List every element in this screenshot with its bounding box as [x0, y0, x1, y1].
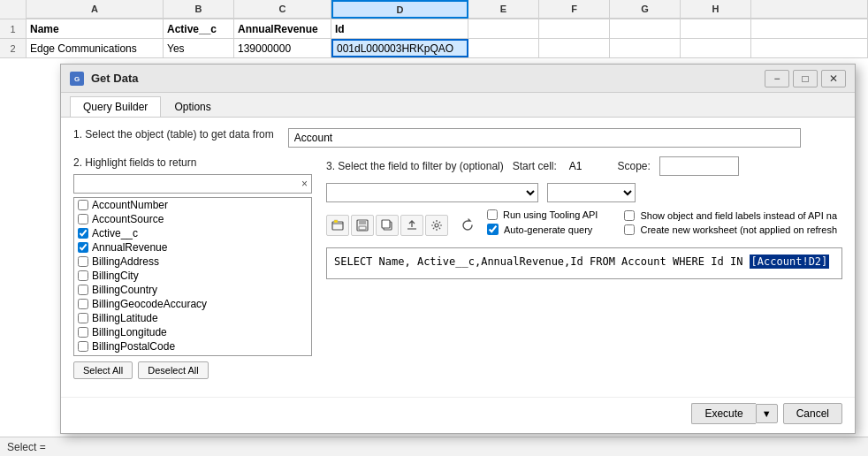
- field-item[interactable]: BillingAddress: [74, 255, 311, 269]
- step1-row: 1. Select the object (table) to get data…: [73, 128, 842, 148]
- fields-right: 3. Select the field to filter by (option…: [326, 156, 842, 379]
- svg-text:G: G: [74, 75, 80, 83]
- dialog-title: Get Data: [91, 72, 138, 85]
- dialog-icon: G: [70, 72, 84, 86]
- cell-a1[interactable]: Name: [27, 19, 164, 38]
- copy-icon-btn[interactable]: [376, 215, 399, 236]
- auto-generate-option[interactable]: Auto-generate query: [487, 224, 598, 235]
- cancel-button[interactable]: Cancel: [783, 403, 842, 424]
- refresh-icon-btn[interactable]: [457, 215, 478, 236]
- field-item[interactable]: AccountSource: [74, 212, 311, 226]
- dialog-content: 1. Select the object (table) to get data…: [61, 118, 855, 397]
- minimize-button[interactable]: −: [765, 70, 789, 87]
- cell-b1[interactable]: Active__c: [164, 19, 234, 38]
- field-item[interactable]: AnnualRevenue: [74, 240, 311, 255]
- close-button[interactable]: ✕: [821, 70, 846, 87]
- svg-rect-2: [332, 222, 343, 230]
- fields-left: 2. Highlight fields to return × AccountN…: [73, 156, 312, 379]
- dialog-titlebar: G Get Data − □ ✕: [61, 65, 855, 93]
- select-all-button[interactable]: Select All: [73, 361, 133, 379]
- deselect-all-button[interactable]: Deselect All: [138, 361, 208, 379]
- cell-h2[interactable]: [681, 39, 751, 57]
- toolbar-row: Run using Tooling API Auto-generate quer…: [326, 209, 842, 240]
- field-item[interactable]: BillingPostalCode: [74, 339, 311, 353]
- svg-rect-3: [334, 220, 338, 223]
- cell-rest2: [751, 39, 868, 57]
- create-worksheet-option[interactable]: Create new worksheet (not applied on ref…: [624, 224, 837, 235]
- auto-generate-checkbox[interactable]: [487, 224, 499, 235]
- field-buttons: Select All Deselect All: [73, 361, 312, 379]
- table-row: 2 Edge Communications Yes 139000000 001d…: [0, 39, 868, 58]
- field-item[interactable]: BillingCity: [74, 269, 311, 283]
- toolbar-icons: [326, 215, 448, 236]
- search-input[interactable]: [74, 176, 298, 192]
- open-icon-btn[interactable]: [326, 215, 349, 236]
- show-labels-option[interactable]: Show object and field labels instead of …: [624, 210, 837, 221]
- cell-h1[interactable]: [681, 19, 751, 38]
- cell-e2[interactable]: [468, 39, 539, 57]
- svg-point-9: [435, 224, 438, 227]
- start-cell-label: Start cell:: [513, 160, 557, 172]
- execute-dropdown-arrow[interactable]: ▼: [756, 404, 778, 423]
- run-tooling-api-checkbox[interactable]: [487, 209, 498, 220]
- create-worksheet-checkbox[interactable]: [624, 224, 635, 235]
- field-item[interactable]: BillingGeocodeAccuracy: [74, 297, 311, 311]
- cell-d2[interactable]: 001dL000003HRKpQAO: [331, 39, 468, 57]
- step3-label: 3. Select the field to filter by (option…: [326, 160, 504, 172]
- get-data-dialog: G Get Data − □ ✕ Query Builder Options 1…: [60, 64, 856, 434]
- search-clear-icon[interactable]: ×: [298, 178, 311, 190]
- fields-section: 2. Highlight fields to return × AccountN…: [73, 156, 842, 379]
- sql-area[interactable]: SELECT Name, Active__c,AnnualRevenue,Id …: [326, 247, 842, 279]
- cell-g2[interactable]: [610, 39, 681, 57]
- cell-c1[interactable]: AnnualRevenue: [234, 19, 331, 38]
- col-header-h: H: [681, 0, 751, 19]
- tab-options[interactable]: Options: [161, 96, 224, 117]
- execute-button[interactable]: Execute: [691, 403, 755, 424]
- col-header-rest: [751, 0, 868, 19]
- upload-icon-btn[interactable]: [400, 215, 423, 236]
- column-headers: A B C D E F G H: [0, 0, 868, 19]
- corner-cell: [0, 0, 27, 19]
- object-input[interactable]: [288, 128, 801, 148]
- select-status: Select =: [7, 441, 46, 453]
- svg-rect-6: [359, 226, 366, 230]
- cell-g1[interactable]: [610, 19, 681, 38]
- field-item[interactable]: BillingLatitude: [74, 311, 311, 325]
- row-num-1: 1: [0, 19, 27, 38]
- settings-icon-btn[interactable]: [425, 215, 448, 236]
- tab-query-builder[interactable]: Query Builder: [70, 96, 161, 117]
- sql-highlighted: [Account!D2]: [750, 255, 830, 269]
- cell-rest1: [751, 19, 868, 38]
- field-item[interactable]: BillingLongitude: [74, 325, 311, 339]
- svg-rect-5: [359, 220, 366, 224]
- save-icon-btn[interactable]: [351, 215, 374, 236]
- col-header-d: D: [331, 0, 468, 19]
- cell-e1[interactable]: [468, 19, 539, 38]
- dialog-footer: Execute ▼ Cancel: [61, 397, 855, 433]
- maximize-button[interactable]: □: [793, 70, 818, 87]
- fields-list[interactable]: AccountNumberAccountSourceActive__cAnnua…: [73, 197, 312, 356]
- table-row: 1 Name Active__c AnnualRevenue Id: [0, 19, 868, 39]
- cell-d1[interactable]: Id: [331, 19, 468, 38]
- cell-c2[interactable]: 139000000: [234, 39, 331, 57]
- status-bar: Select =: [0, 437, 868, 456]
- spreadsheet: A B C D E F G H 1 Name Active__c AnnualR…: [0, 0, 868, 58]
- col-header-b: B: [164, 0, 234, 19]
- cell-b2[interactable]: Yes: [164, 39, 234, 57]
- run-tooling-api-option[interactable]: Run using Tooling API: [487, 209, 598, 220]
- field-item[interactable]: BillingCountry: [74, 283, 311, 297]
- scope-input[interactable]: [659, 156, 739, 176]
- search-box[interactable]: ×: [73, 174, 312, 194]
- cell-a2[interactable]: Edge Communications: [27, 39, 164, 57]
- cell-f2[interactable]: [539, 39, 610, 57]
- filter-section: 3. Select the field to filter by (option…: [326, 156, 842, 176]
- col-header-g: G: [610, 0, 681, 19]
- scope-dropdown[interactable]: [547, 183, 636, 202]
- cell-f1[interactable]: [539, 19, 610, 38]
- filter-dropdown[interactable]: [326, 183, 538, 202]
- show-labels-checkbox[interactable]: [624, 210, 635, 221]
- field-item[interactable]: AccountNumber: [74, 198, 311, 212]
- execute-button-group: Execute ▼: [691, 403, 777, 424]
- field-item[interactable]: Active__c: [74, 226, 311, 240]
- svg-rect-8: [382, 220, 390, 228]
